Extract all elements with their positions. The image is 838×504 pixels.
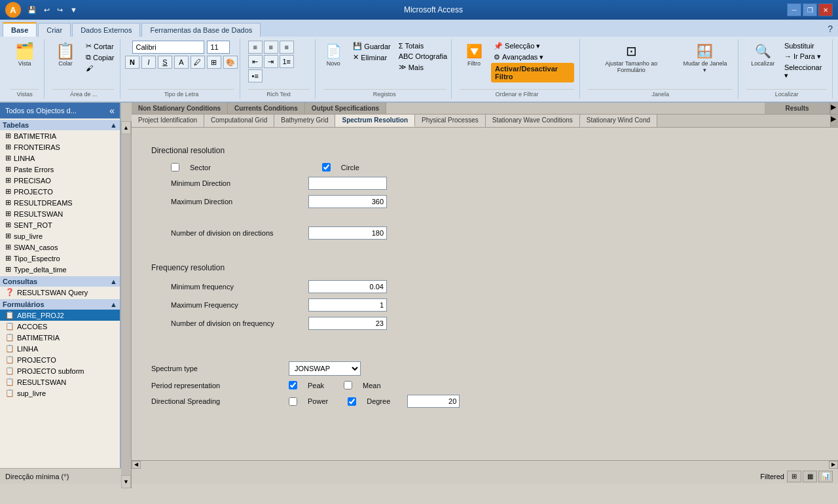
nav-collapse-button[interactable]: « xyxy=(109,105,115,116)
max-direction-input[interactable] xyxy=(308,195,387,208)
tab-group-currents[interactable]: Currents Conditions xyxy=(228,103,305,114)
nav-item-linha[interactable]: ⊞LINHA xyxy=(0,153,120,164)
tab-bathymetry-grid[interactable]: Bathymetry Grid xyxy=(274,115,335,127)
numbering-button[interactable]: 1≡ xyxy=(280,55,294,68)
nav-item-abre-proj2[interactable]: 📋ABRE_PROJ2 xyxy=(0,310,120,321)
tab-group-output[interactable]: Output Specifications xyxy=(305,103,386,114)
tab-stationary-wave[interactable]: Stationary Wave Conditions xyxy=(486,115,580,127)
dir-spreading-degree-checkbox[interactable] xyxy=(348,397,356,406)
circle-checkbox[interactable] xyxy=(322,163,331,171)
nav-item-resultswan-form[interactable]: 📋RESULTSWAN xyxy=(0,376,120,387)
nav-item-sent-rot[interactable]: ⊞SENT_ROT xyxy=(0,219,120,230)
sector-checkbox[interactable] xyxy=(171,163,179,171)
save-qa-button[interactable]: 💾 xyxy=(25,5,39,16)
seleccao-button[interactable]: 📌 Selecção ▾ xyxy=(491,41,574,52)
indent-more-button[interactable]: ⇥ xyxy=(264,55,278,68)
activate-filter-button[interactable]: Activar/Desactivar Filtro xyxy=(491,63,574,82)
view-icon-2[interactable]: ▦ xyxy=(803,471,817,482)
italic-button[interactable]: I xyxy=(141,56,156,69)
paste-button[interactable]: 📋 Colar xyxy=(50,41,81,69)
customize-qa-button[interactable]: ▼ xyxy=(67,5,80,16)
max-frequency-input[interactable] xyxy=(308,298,387,312)
eliminar-button[interactable]: ✕ Eliminar xyxy=(350,52,393,63)
restore-button[interactable]: ❐ xyxy=(803,3,817,16)
totais-button[interactable]: Σ Totais xyxy=(396,41,450,51)
nav-item-linha-form[interactable]: 📋LINHA xyxy=(0,343,120,354)
min-frequency-input[interactable] xyxy=(308,280,387,293)
nav-item-batimetria-form[interactable]: 📋BATIMETRIA xyxy=(0,332,120,343)
num-div-directions-input[interactable] xyxy=(308,226,387,240)
formularios-section-toggle[interactable]: ▲ xyxy=(110,300,117,308)
localizar-button[interactable]: 🔍 Localizar xyxy=(746,41,778,81)
nav-item-accoes[interactable]: 📋ACCOES xyxy=(0,321,120,332)
seleccionar-button[interactable]: Seleccionar ▾ xyxy=(782,62,827,81)
nav-item-swan-casos[interactable]: ⊞SWAN_casos xyxy=(0,242,120,253)
underline-button[interactable]: S xyxy=(158,56,172,69)
filtro-button[interactable]: 🔽 Filtro xyxy=(460,41,488,82)
view-icon-1[interactable]: ⊞ xyxy=(787,471,801,482)
num-div-frequency-input[interactable] xyxy=(308,317,387,330)
nav-item-paste-errors[interactable]: ⊞Paste Errors xyxy=(0,164,120,175)
font-size-input[interactable] xyxy=(207,41,230,54)
consultas-section-toggle[interactable]: ▲ xyxy=(110,278,117,285)
tab-computational-grid[interactable]: Computational Grid xyxy=(204,115,274,127)
strip-btn-1[interactable]: ▲ xyxy=(121,121,131,134)
tab-dados-externos[interactable]: Dados Externos xyxy=(72,23,140,37)
cut-button[interactable]: ✂ Cortar xyxy=(83,41,117,52)
minimize-button[interactable]: ─ xyxy=(787,3,801,16)
copy-button[interactable]: ⧉ Copiar xyxy=(83,52,117,63)
nav-item-fronteiras[interactable]: ⊞FRONTEIRAS xyxy=(0,141,120,153)
nav-item-resultdreams[interactable]: ⊞RESULTDREAMS xyxy=(0,197,120,208)
h-scroll-left-button[interactable]: ◀ xyxy=(132,461,141,469)
h-scroll-track[interactable] xyxy=(141,461,829,469)
bold-button[interactable]: N xyxy=(125,56,139,69)
nav-item-resultswan[interactable]: ⊞RESULTSWAN xyxy=(0,208,120,219)
gridlines-button[interactable]: ⊞ xyxy=(207,56,221,69)
avancadas-button[interactable]: ⚙ Avançadas ▾ xyxy=(491,52,574,63)
nav-section-formularios[interactable]: Formulários ▲ xyxy=(0,299,120,310)
tab-group-results[interactable]: Results xyxy=(765,103,830,114)
undo-qa-button[interactable]: ↩ xyxy=(41,5,52,16)
tab-criar[interactable]: Criar xyxy=(38,23,71,37)
ir-para-button[interactable]: → Ir Para ▾ xyxy=(782,51,827,62)
tab-ferramentas[interactable]: Ferramentas da Base de Dados xyxy=(141,23,261,37)
period-mean-checkbox[interactable] xyxy=(344,381,352,389)
strip-btn-2[interactable]: ▼ xyxy=(121,475,131,488)
format-painter-button[interactable]: 🖌 xyxy=(83,63,117,73)
highlight-button[interactable]: 🖊 xyxy=(191,56,205,69)
tab-project-identification[interactable]: Project Identification xyxy=(132,115,204,127)
nav-item-projecto[interactable]: ⊞PROJECTO xyxy=(0,186,120,197)
align-right-button[interactable]: ≡ xyxy=(280,41,294,54)
dir-spreading-value-input[interactable] xyxy=(407,395,460,408)
h-scroll-right-button[interactable]: ▶ xyxy=(829,461,838,469)
nav-item-projecto-form[interactable]: 📋PROJECTO xyxy=(0,354,120,365)
tab-group-non-stationary[interactable]: Non Stationary Conditions xyxy=(132,103,228,114)
dir-spreading-power-checkbox[interactable] xyxy=(289,397,297,406)
align-center-button[interactable]: ≡ xyxy=(264,41,278,54)
ajustar-button[interactable]: ⊡ Ajustar Tamanho ao Formulário xyxy=(588,41,674,76)
nav-section-consultas[interactable]: Consultas ▲ xyxy=(0,276,120,287)
tab-stationary-wind[interactable]: Stationary Wind Cond xyxy=(580,115,657,127)
close-button[interactable]: ✕ xyxy=(818,3,833,16)
ortografia-button[interactable]: ABC Ortografia xyxy=(396,51,450,62)
novo-button[interactable]: 📄 Novo xyxy=(319,41,348,73)
tab-scroll-right[interactable]: ▶ xyxy=(830,103,838,114)
mais-button[interactable]: ≫ Mais xyxy=(396,62,450,73)
tab-spectrum-resolution[interactable]: Spectrum Resolution xyxy=(335,115,415,127)
nav-item-batimetria-table[interactable]: ⊞BATIMETRIA xyxy=(0,130,120,141)
nav-item-sup-livre[interactable]: ⊞sup_livre xyxy=(0,230,120,242)
view-icon-3[interactable]: 📊 xyxy=(818,471,833,482)
align-left-button[interactable]: ≡ xyxy=(248,41,263,54)
nav-item-sup-livre-form[interactable]: 📋sup_livre xyxy=(0,387,120,399)
tabelas-section-toggle[interactable]: ▲ xyxy=(110,121,117,129)
tab-row-scroll[interactable]: ▶ xyxy=(830,115,838,127)
period-peak-checkbox[interactable] xyxy=(289,381,297,389)
guardar-button[interactable]: 💾 Guardar xyxy=(350,41,393,52)
nav-item-tipo-espectro[interactable]: ⊞Tipo_Espectro xyxy=(0,253,120,264)
tab-base[interactable]: Base xyxy=(3,22,37,37)
spectrum-type-select[interactable]: JONSWAP PM Gaussian xyxy=(289,361,361,376)
mudar-button[interactable]: 🪟 Mudar de Janela ▾ xyxy=(677,41,733,76)
min-direction-input[interactable] xyxy=(308,177,387,190)
indent-less-button[interactable]: ⇤ xyxy=(248,55,263,68)
nav-section-tabelas[interactable]: Tabelas ▲ xyxy=(0,120,120,130)
